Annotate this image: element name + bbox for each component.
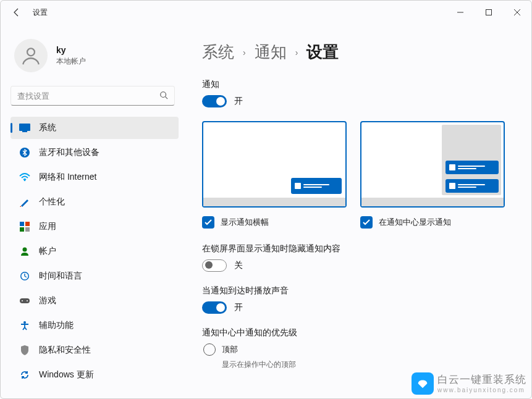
show-banners-label: 显示通知横幅 bbox=[221, 217, 269, 228]
svg-rect-1 bbox=[486, 10, 492, 15]
titlebar: 设置 bbox=[1, 1, 531, 24]
sidebar-item-personalization[interactable]: 个性化 bbox=[11, 191, 179, 213]
close-button[interactable] bbox=[503, 1, 531, 24]
svg-line-4 bbox=[166, 96, 168, 99]
show-in-center-checkbox[interactable] bbox=[360, 216, 373, 229]
search-input[interactable] bbox=[11, 86, 175, 106]
nav-label: 蓝牙和其他设备 bbox=[39, 147, 99, 158]
priority-top-desc: 显示在操作中心的顶部 bbox=[222, 359, 519, 370]
sidebar-item-gaming[interactable]: 游戏 bbox=[11, 290, 179, 312]
notification-center-preview[interactable] bbox=[360, 121, 505, 208]
show-in-center-label: 在通知中心显示通知 bbox=[379, 217, 451, 228]
nav-list: 系统 蓝牙和其他设备 网络和 Internet 个性化 应用 帐户 bbox=[1, 117, 185, 386]
sidebar-item-privacy[interactable]: 隐私和安全性 bbox=[11, 339, 179, 361]
play-sound-toggle[interactable] bbox=[202, 301, 227, 314]
svg-point-17 bbox=[22, 300, 23, 301]
sidebar-item-network[interactable]: 网络和 Internet bbox=[11, 166, 179, 188]
toggle-state: 关 bbox=[234, 260, 243, 271]
maximize-button[interactable] bbox=[475, 1, 503, 24]
main-content: 系统 › 通知 › 设置 通知 开 bbox=[185, 24, 531, 399]
accessibility-icon bbox=[19, 320, 30, 331]
user-block[interactable]: ky 本地帐户 bbox=[1, 35, 185, 86]
sidebar: ky 本地帐户 系统 蓝牙和其他设备 网络和 In bbox=[1, 24, 185, 399]
svg-point-18 bbox=[27, 300, 28, 301]
svg-rect-6 bbox=[22, 131, 27, 132]
priority-label: 通知中心中通知的优先级 bbox=[202, 327, 519, 338]
nav-label: 应用 bbox=[39, 221, 56, 232]
breadcrumb-system[interactable]: 系统 bbox=[202, 41, 234, 63]
toggle-state: 开 bbox=[234, 302, 243, 313]
breadcrumb-notifications[interactable]: 通知 bbox=[255, 41, 287, 63]
svg-rect-11 bbox=[20, 227, 24, 232]
svg-rect-5 bbox=[19, 124, 30, 131]
apps-icon bbox=[19, 221, 30, 232]
avatar bbox=[14, 39, 48, 72]
chevron-right-icon: › bbox=[243, 48, 246, 57]
chevron-right-icon: › bbox=[295, 48, 298, 57]
svg-rect-16 bbox=[20, 298, 30, 303]
svg-rect-9 bbox=[20, 222, 24, 226]
nav-label: 系统 bbox=[39, 122, 56, 133]
user-type: 本地帐户 bbox=[56, 56, 86, 67]
sidebar-item-windows-update[interactable]: Windows 更新 bbox=[11, 364, 179, 386]
accounts-icon bbox=[19, 246, 30, 257]
nav-label: Windows 更新 bbox=[39, 369, 94, 380]
user-name: ky bbox=[56, 45, 86, 55]
page-title: 设置 bbox=[306, 41, 339, 63]
priority-top-label: 顶部 bbox=[222, 344, 238, 355]
network-icon bbox=[19, 172, 30, 183]
svg-rect-10 bbox=[25, 222, 30, 226]
update-icon bbox=[19, 369, 30, 380]
nav-label: 个性化 bbox=[39, 196, 65, 208]
nav-label: 游戏 bbox=[39, 295, 56, 306]
minimize-button[interactable] bbox=[446, 1, 475, 24]
nav-label: 时间和语言 bbox=[39, 271, 82, 282]
banner-preview[interactable] bbox=[202, 121, 347, 208]
notifications-toggle[interactable] bbox=[202, 95, 227, 107]
nav-label: 帐户 bbox=[39, 246, 56, 257]
svg-point-13 bbox=[23, 248, 27, 252]
gaming-icon bbox=[19, 295, 30, 306]
breadcrumb: 系统 › 通知 › 设置 bbox=[202, 41, 519, 63]
nav-label: 隐私和安全性 bbox=[39, 345, 91, 356]
search-icon bbox=[159, 91, 168, 101]
hide-content-lockscreen-toggle[interactable] bbox=[202, 259, 227, 272]
system-icon bbox=[19, 122, 30, 133]
time-icon bbox=[19, 271, 30, 282]
show-banners-checkbox[interactable] bbox=[202, 216, 214, 229]
sidebar-item-accounts[interactable]: 帐户 bbox=[11, 240, 179, 262]
nav-label: 网络和 Internet bbox=[39, 172, 96, 183]
window-title: 设置 bbox=[33, 7, 48, 18]
nav-label: 辅助功能 bbox=[39, 320, 74, 331]
personalize-icon bbox=[19, 196, 30, 208]
sidebar-item-system[interactable]: 系统 bbox=[11, 117, 179, 139]
hide-content-lockscreen-label: 在锁屏界面显示通知时隐藏通知内容 bbox=[202, 243, 519, 254]
sidebar-item-bluetooth[interactable]: 蓝牙和其他设备 bbox=[11, 141, 179, 164]
notifications-label: 通知 bbox=[202, 79, 519, 90]
bluetooth-icon bbox=[19, 147, 30, 158]
sidebar-item-accessibility[interactable]: 辅助功能 bbox=[11, 314, 179, 337]
sidebar-item-time-language[interactable]: 时间和语言 bbox=[11, 265, 179, 287]
priority-top-radio[interactable] bbox=[203, 343, 216, 356]
svg-point-8 bbox=[24, 180, 26, 182]
svg-point-19 bbox=[23, 321, 26, 324]
toggle-state: 开 bbox=[234, 96, 243, 107]
svg-point-3 bbox=[161, 91, 166, 97]
back-button[interactable] bbox=[12, 7, 22, 17]
privacy-icon bbox=[19, 345, 30, 356]
svg-point-2 bbox=[27, 48, 35, 56]
svg-rect-12 bbox=[25, 227, 30, 232]
sidebar-item-apps[interactable]: 应用 bbox=[11, 216, 179, 238]
play-sound-label: 当通知到达时播放声音 bbox=[202, 285, 519, 296]
